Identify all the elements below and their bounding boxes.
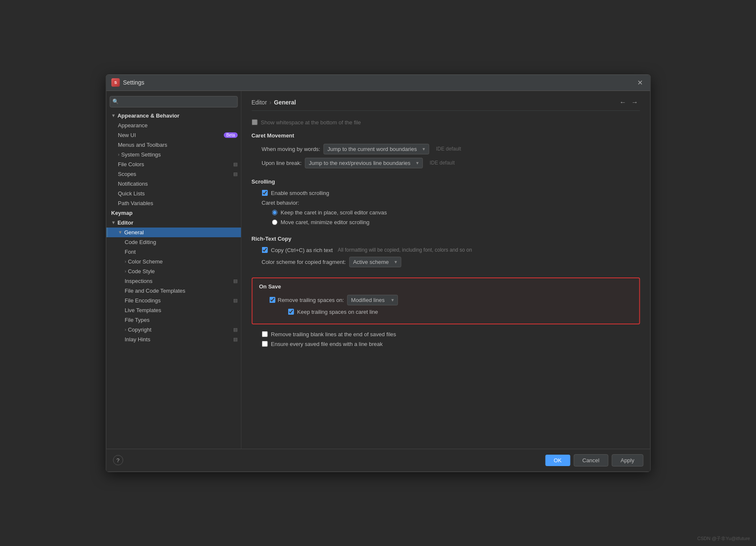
back-button[interactable]: ← <box>618 98 628 107</box>
sidebar-item-label: Copyright <box>128 327 152 333</box>
sidebar-item-new-ui[interactable]: New UI Beta <box>106 130 241 140</box>
sidebar-item-file-code-templates[interactable]: File and Code Templates <box>106 286 241 296</box>
remove-trailing-checkbox[interactable] <box>269 297 275 303</box>
watermark: CSDN @子非Yu@itfuture <box>697 535 750 542</box>
selected-accent <box>106 228 108 237</box>
caret-behavior-label: Caret behavior: <box>262 200 299 206</box>
arrow-icon: › <box>125 327 126 332</box>
help-button[interactable]: ? <box>113 455 123 465</box>
remove-blank-lines-checkbox[interactable] <box>262 331 267 337</box>
show-whitespace-checkbox[interactable] <box>251 119 257 125</box>
moving-by-words-dropdown[interactable]: Jump to the current word boundaries Jump… <box>324 144 429 154</box>
on-save-section: On Save Remove trailing spaces on: Modif… <box>251 277 640 324</box>
sidebar: 🔍 ▼ Appearance & Behavior Appearance New… <box>106 91 241 449</box>
scrolling-title: Scrolling <box>251 178 640 185</box>
sidebar-item-file-encodings[interactable]: File Encodings ▤ <box>106 296 241 305</box>
content-area: Editor › General ← → Show whitespace at … <box>241 91 650 449</box>
color-scheme-fragment-dropdown[interactable]: Active scheme Default Darcula <box>349 257 401 267</box>
sidebar-item-appearance-behavior[interactable]: ▼ Appearance & Behavior <box>106 111 241 121</box>
ensure-linebreak-checkbox[interactable] <box>262 341 267 347</box>
caret-option2-label[interactable]: Move caret, minimize editor scrolling <box>272 219 369 225</box>
sidebar-item-code-editing[interactable]: Code Editing <box>106 237 241 247</box>
moving-by-words-row: When moving by words: Jump to the curren… <box>251 144 640 154</box>
keep-trailing-checkbox-label[interactable]: Keep trailing spaces on caret line <box>288 309 378 315</box>
sidebar-item-font[interactable]: Font <box>106 247 241 257</box>
sidebar-item-path-variables[interactable]: Path Variables <box>106 198 241 208</box>
dialog-footer: ? OK Cancel Apply <box>106 449 650 472</box>
sidebar-item-label: Code Editing <box>125 239 156 245</box>
sidebar-item-file-types[interactable]: File Types <box>106 315 241 325</box>
sidebar-item-live-templates[interactable]: Live Templates <box>106 305 241 315</box>
ok-button[interactable]: OK <box>545 455 570 466</box>
sidebar-item-label: File Types <box>125 317 150 323</box>
sidebar-item-label: Keymap <box>111 210 133 216</box>
moving-by-words-hint: IDE default <box>436 146 461 152</box>
line-break-dropdown-wrap[interactable]: Jump to the next/previous line boundarie… <box>305 158 423 168</box>
sidebar-item-label: File Colors <box>118 161 144 167</box>
sidebar-item-code-style[interactable]: › Code Style <box>106 266 241 276</box>
keep-trailing-checkbox[interactable] <box>288 309 294 315</box>
sidebar-item-notifications[interactable]: Notifications <box>106 179 241 189</box>
sidebar-item-appearance[interactable]: Appearance <box>106 121 241 130</box>
forward-button[interactable]: → <box>630 98 640 107</box>
ensure-linebreak-row: Ensure every saved file ends with a line… <box>251 341 640 347</box>
copy-rich-text-label[interactable]: Copy (Ctrl+C) as rich text <box>262 247 333 253</box>
color-scheme-fragment-dropdown-wrap[interactable]: Active scheme Default Darcula <box>349 257 401 267</box>
line-break-dropdown[interactable]: Jump to the next/previous line boundarie… <box>305 158 423 168</box>
sidebar-item-system-settings[interactable]: › System Settings <box>106 150 241 159</box>
sidebar-item-menus-toolbars[interactable]: Menus and Toolbars <box>106 140 241 150</box>
sidebar-item-label: Inlay Hints <box>125 336 150 343</box>
caret-option2-radio[interactable] <box>272 219 277 225</box>
settings-icon: ▤ <box>233 278 237 284</box>
remove-trailing-checkbox-label[interactable]: Remove trailing spaces on: <box>269 297 344 303</box>
search-box[interactable]: 🔍 <box>109 96 237 107</box>
dialog-title: Settings <box>123 79 635 86</box>
show-whitespace-checkbox-label: Show whitespace at the bottom of the fil… <box>251 119 361 126</box>
sidebar-item-scopes[interactable]: Scopes ▤ <box>106 169 241 179</box>
arrow-icon: › <box>118 152 120 157</box>
title-bar: S Settings ✕ <box>106 75 650 91</box>
sidebar-item-label: Scopes <box>118 171 136 177</box>
beta-badge: Beta <box>224 132 237 138</box>
line-break-label: Upon line break: <box>262 160 302 166</box>
sidebar-item-keymap[interactable]: Keymap <box>106 208 241 218</box>
caret-movement-title: Caret Movement <box>251 132 640 139</box>
caret-option1-radio[interactable] <box>272 210 277 215</box>
copy-rich-text-checkbox[interactable] <box>262 247 267 253</box>
sidebar-item-quick-lists[interactable]: Quick Lists <box>106 189 241 198</box>
copy-rich-text-hint: All formatting will be copied, including… <box>338 247 472 253</box>
sidebar-item-inspections[interactable]: Inspections ▤ <box>106 276 241 286</box>
ensure-linebreak-checkbox-label[interactable]: Ensure every saved file ends with a line… <box>262 341 382 347</box>
close-button[interactable]: ✕ <box>635 77 645 88</box>
moving-by-words-dropdown-wrap[interactable]: Jump to the current word boundaries Jump… <box>324 144 429 154</box>
sidebar-item-copyright[interactable]: › Copyright ▤ <box>106 325 241 335</box>
search-input[interactable] <box>109 96 237 107</box>
arrow-icon: › <box>125 259 126 264</box>
show-whitespace-label: Show whitespace at the bottom of the fil… <box>261 119 361 126</box>
smooth-scrolling-checkbox-label[interactable]: Enable smooth scrolling <box>262 190 329 196</box>
sidebar-item-editor[interactable]: ▼ Editor <box>106 218 241 228</box>
sidebar-item-label: Inspections <box>125 278 153 284</box>
keep-trailing-label-text: Keep trailing spaces on caret line <box>297 309 378 315</box>
dialog-body: 🔍 ▼ Appearance & Behavior Appearance New… <box>106 91 650 449</box>
sidebar-item-inlay-hints[interactable]: Inlay Hints ▤ <box>106 335 241 344</box>
remove-trailing-dropdown-wrap[interactable]: Modified lines All lines None <box>347 295 398 305</box>
settings-icon: ▤ <box>233 162 237 167</box>
caret-option2-text: Move caret, minimize editor scrolling <box>281 219 369 225</box>
smooth-scrolling-row: Enable smooth scrolling <box>251 190 640 196</box>
line-break-hint: IDE default <box>430 160 455 166</box>
rich-text-copy-title: Rich-Text Copy <box>251 236 640 242</box>
scrolling-section: Scrolling Enable smooth scrolling Caret … <box>251 178 640 225</box>
breadcrumb-current: General <box>274 99 296 106</box>
caret-option1-label[interactable]: Keep the caret in place, scroll editor c… <box>272 209 387 216</box>
remove-trailing-dropdown[interactable]: Modified lines All lines None <box>347 295 398 305</box>
keep-trailing-row: Keep trailing spaces on caret line <box>259 309 632 315</box>
apply-button[interactable]: Apply <box>611 454 643 466</box>
sidebar-item-label: Quick Lists <box>118 190 145 197</box>
remove-blank-lines-checkbox-label[interactable]: Remove trailing blank lines at the end o… <box>262 331 396 337</box>
smooth-scrolling-checkbox[interactable] <box>262 190 267 196</box>
sidebar-item-color-scheme[interactable]: › Color Scheme <box>106 257 241 266</box>
cancel-button[interactable]: Cancel <box>573 454 608 466</box>
sidebar-item-general[interactable]: ▼ General <box>106 228 241 237</box>
sidebar-item-file-colors[interactable]: File Colors ▤ <box>106 159 241 169</box>
